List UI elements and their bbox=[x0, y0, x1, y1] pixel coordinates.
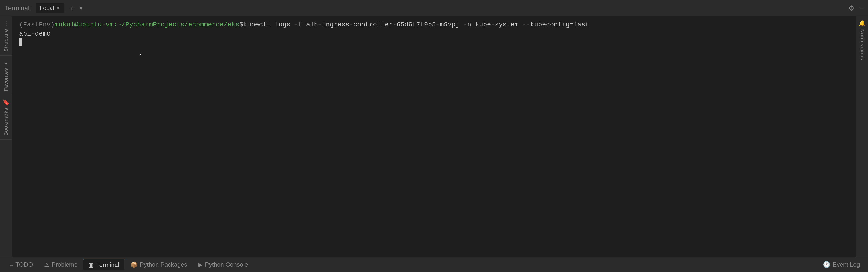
terminal-tab-local[interactable]: Local × bbox=[36, 3, 64, 13]
bottom-tab-python-console[interactable]: ▶ Python Console bbox=[193, 259, 253, 270]
bottom-toolbar-right: 🕐 Event Log bbox=[819, 260, 863, 270]
bottom-tab-terminal[interactable]: ▣ Terminal bbox=[83, 259, 124, 270]
left-sidebar: ⋮ Structure ★ Favorites 🔖 Bookmarks bbox=[0, 16, 12, 257]
bottom-toolbar-tabs: ≡ TODO ⚠ Problems ▣ Terminal 📦 Python Pa… bbox=[5, 259, 253, 270]
sidebar-favorites[interactable]: ★ Favorites bbox=[0, 56, 12, 95]
event-log-button[interactable]: 🕐 Event Log bbox=[819, 260, 863, 270]
terminal-tab-name: Local bbox=[40, 4, 54, 12]
bookmarks-icon: 🔖 bbox=[3, 99, 9, 106]
favorites-label: Favorites bbox=[3, 68, 9, 91]
notifications-label: Notifications bbox=[859, 29, 865, 60]
terminal-cursor bbox=[19, 38, 23, 46]
terminal-header: Terminal: Local × + ▾ ⚙ − bbox=[0, 0, 868, 16]
favorites-icon: ★ bbox=[4, 59, 7, 66]
structure-icon: ⋮ bbox=[3, 20, 9, 27]
bottom-tab-problems[interactable]: ⚠ Problems bbox=[39, 259, 83, 270]
sidebar-notifications[interactable]: 🔔 Notifications bbox=[856, 16, 868, 64]
python-console-label: Python Console bbox=[205, 261, 248, 268]
event-log-label: Event Log bbox=[833, 261, 860, 268]
terminal-prompt: $ bbox=[239, 21, 243, 28]
todo-icon: ≡ bbox=[10, 262, 13, 268]
terminal-minimize-button[interactable]: − bbox=[859, 4, 863, 12]
terminal-content[interactable]: (FastEnv) mukul@ubuntu-vm:~/PycharmProje… bbox=[12, 16, 856, 257]
sidebar-bookmarks[interactable]: 🔖 Bookmarks bbox=[0, 95, 12, 139]
terminal-line-2: api-demo bbox=[19, 29, 849, 37]
terminal-add-tab-button[interactable]: + bbox=[68, 3, 75, 13]
terminal-line-1: (FastEnv) mukul@ubuntu-vm:~/PycharmProje… bbox=[19, 21, 849, 28]
notifications-icon: 🔔 bbox=[859, 20, 866, 27]
python-packages-label: Python Packages bbox=[140, 261, 187, 268]
todo-label: TODO bbox=[16, 261, 33, 268]
mouse-cursor-indicator bbox=[140, 54, 144, 59]
problems-label: Problems bbox=[52, 261, 78, 268]
event-log-icon: 🕐 bbox=[823, 261, 830, 268]
structure-label: Structure bbox=[3, 29, 9, 52]
terminal-label: Terminal: bbox=[5, 4, 31, 12]
terminal-header-right: ⚙ − bbox=[848, 4, 863, 12]
terminal-settings-button[interactable]: ⚙ bbox=[848, 4, 855, 12]
terminal-dropdown-button[interactable]: ▾ bbox=[80, 5, 83, 11]
terminal-command: kubectl logs -f alb-ingress-controller-6… bbox=[243, 21, 589, 28]
python-packages-icon: 📦 bbox=[130, 262, 137, 268]
terminal-header-left: Terminal: Local × + ▾ bbox=[5, 3, 83, 13]
terminal-bottom-label: Terminal bbox=[96, 261, 119, 269]
python-console-icon: ▶ bbox=[198, 262, 203, 268]
terminal-user-host: mukul@ubuntu-vm:~/PycharmProjects/ecomme… bbox=[55, 21, 239, 28]
terminal-cursor-line bbox=[19, 38, 849, 46]
problems-icon: ⚠ bbox=[44, 262, 50, 268]
bottom-toolbar: ≡ TODO ⚠ Problems ▣ Terminal 📦 Python Pa… bbox=[0, 257, 868, 272]
terminal-main: ⋮ Structure ★ Favorites 🔖 Bookmarks (Fas… bbox=[0, 16, 868, 257]
bookmarks-label: Bookmarks bbox=[3, 108, 9, 136]
terminal-prefix: (FastEnv) bbox=[19, 21, 55, 28]
sidebar-structure[interactable]: ⋮ Structure bbox=[0, 16, 12, 56]
bottom-tab-python-packages[interactable]: 📦 Python Packages bbox=[125, 259, 192, 270]
terminal-output: api-demo bbox=[19, 30, 51, 37]
bottom-tab-todo[interactable]: ≡ TODO bbox=[5, 259, 38, 270]
terminal-tab-close[interactable]: × bbox=[57, 5, 60, 11]
terminal-tab-icon: ▣ bbox=[88, 262, 94, 268]
right-sidebar: 🔔 Notifications bbox=[856, 16, 868, 257]
